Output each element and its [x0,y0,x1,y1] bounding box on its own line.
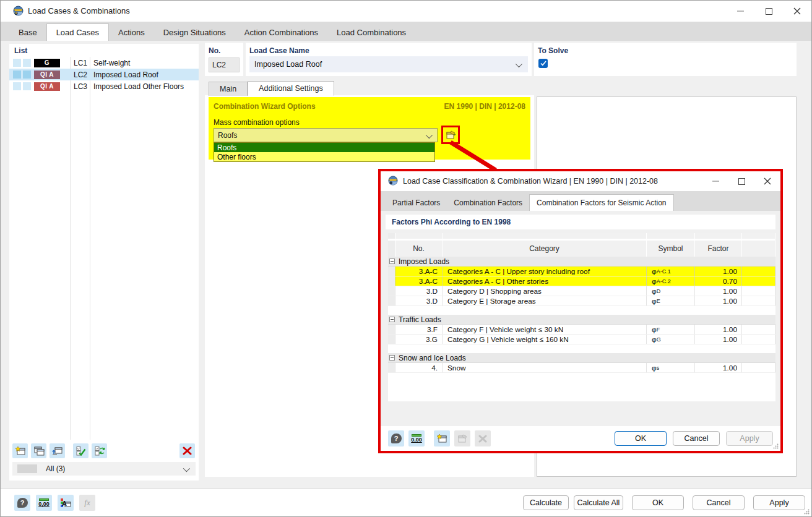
apply-button[interactable]: Apply [753,495,805,510]
case-id: LC3 [74,82,87,91]
tab-additional-settings[interactable]: Additional Settings [248,81,334,96]
list-filter-dropdown[interactable]: All (3) [12,462,196,476]
case-name: Self-weight [93,59,130,67]
calculate-button[interactable]: Calculate [523,495,569,510]
list-item-lc1[interactable]: G LC1 Self-weight [9,57,199,69]
import-icon [52,446,63,456]
units-button[interactable]: 0,00 [408,430,425,446]
close-icon[interactable] [783,1,811,22]
new-entry-button[interactable] [434,430,450,446]
formula-button[interactable]: fx [79,495,95,511]
ok-button[interactable]: OK [632,495,684,510]
load-case-name-label: Load Case Name [249,46,309,55]
to-solve-checkbox[interactable] [538,59,548,68]
apply-button[interactable]: Apply [726,431,773,446]
import-case-button[interactable] [50,443,65,458]
tab-seismic-factors[interactable]: Combination Factors for Seismic Action [529,194,673,211]
new-case-button[interactable] [12,443,28,458]
window-title: Load Cases & Combinations [28,1,130,22]
close-icon[interactable] [754,171,780,191]
case-color-square [13,82,21,90]
collapse-icon[interactable] [389,317,395,322]
tab-load-combinations[interactable]: Load Combinations [327,24,415,41]
edit-combination-settings-button[interactable] [441,126,460,144]
chevron-down-icon [426,132,433,139]
svg-text:A: A [62,500,67,507]
help-icon: ? [391,434,402,443]
delete-case-button[interactable] [179,443,195,458]
copy-case-button[interactable] [31,443,46,458]
delete-entry-button [475,430,491,446]
tab-main[interactable]: Main [209,82,248,96]
mass-combination-combo[interactable]: Roofs [214,128,438,142]
display-properties-button[interactable]: A [58,495,74,511]
case-color-square [23,70,31,79]
new-window-icon [436,434,447,443]
case-color-square [23,59,31,67]
units-icon: 0,00 [411,434,422,443]
resize-grip[interactable] [773,443,779,449]
tab-action-combinations[interactable]: Action Combinations [235,24,327,41]
calculate-all-button[interactable]: Calculate All [574,495,623,510]
list-item-lc2[interactable]: QI A LC2 Imposed Load Roof [9,69,199,80]
table-row[interactable]: 3.F Category F | Vehicle weight ≤ 30 kN … [388,325,775,335]
load-case-name-combo[interactable]: Imposed Load Roof [249,56,528,72]
help-button[interactable]: ? [14,495,30,511]
table-row[interactable]: 3.A-C Categories A - C | Upper story inc… [388,267,775,276]
resize-grip[interactable] [804,509,810,515]
maximize-icon[interactable] [754,1,783,22]
case-number-group: No. LC2 [205,43,243,76]
tab-actions[interactable]: Actions [109,24,154,41]
edit-settings-icon [457,434,468,443]
cancel-button[interactable]: Cancel [693,495,745,510]
select-all-button[interactable] [73,443,89,458]
toggle-selection-button[interactable] [92,443,107,458]
delete-x-icon [183,446,192,455]
dialog-tab-strip: Partial Factors Combination Factors Comb… [381,191,780,211]
group-row-snow-ice-loads[interactable]: Snow and Ice Loads [388,353,775,363]
mass-combination-label: Mass combination options [214,118,300,127]
case-number-field[interactable]: LC2 [209,58,240,72]
case-name-group: Load Case Name Imposed Load Roof [246,43,532,76]
list-item-lc3[interactable]: QI A LC3 Imposed Load Other Floors [9,80,199,92]
ok-button[interactable]: OK [615,431,667,446]
edit-settings-icon [446,130,456,140]
table-row[interactable]: 3.A-C Categories A - C | Other stories φ… [388,276,775,286]
factors-table: No. Category Symbol Factor Imposed Loads… [388,233,775,401]
cancel-button[interactable]: Cancel [673,431,720,446]
minimize-icon[interactable] [702,171,728,191]
maximize-icon[interactable] [728,171,754,191]
help-button[interactable]: ? [388,430,404,446]
combination-wizard-options-box: Combination Wizard Options EN 1990 | DIN… [209,97,530,160]
units-button[interactable]: 0,00 [36,495,52,511]
sub-tab-strip: Main Additional Settings [209,81,334,96]
dialog-title: Load Case Classification & Combination W… [403,171,658,191]
group-row-traffic-loads[interactable]: Traffic Loads [388,315,775,325]
mass-combination-value: Roofs [218,131,237,140]
app-icon [388,176,398,186]
table-row[interactable]: 3.D Category D | Shopping areas φD 1.00 [388,286,775,296]
window-footer: ? 0,00 A fx Calculate Calculat [1,489,811,516]
to-solve-group: To Solve [534,43,797,76]
dialog-body: Factors Phi According to EN 1998 No. Cat… [386,215,775,410]
tab-partial-factors[interactable]: Partial Factors [386,195,447,211]
minimize-icon[interactable] [726,1,754,22]
tab-combination-factors[interactable]: Combination Factors [447,195,529,211]
dropdown-option-other-floors[interactable]: Other floors [214,152,434,161]
check-icon [540,61,546,66]
table-row[interactable]: 3.G Category G | Vehicle weight ≤ 160 kN… [388,335,775,344]
tab-load-cases[interactable]: Load Cases [46,24,109,41]
copy-icon [33,446,45,456]
collapse-icon[interactable] [389,355,395,361]
tab-design-situations[interactable]: Design Situations [154,24,235,41]
tab-base[interactable]: Base [9,24,46,41]
collapse-icon[interactable] [389,258,395,264]
check-all-icon [76,446,87,456]
table-row[interactable]: 3.D Category E | Storage areas φE 1.00 [388,296,775,306]
case-name: Imposed Load Other Floors [93,82,184,91]
case-id: LC2 [74,70,87,79]
chevron-down-icon [516,61,522,67]
group-row-imposed-loads[interactable]: Imposed Loads [388,257,775,267]
table-row[interactable]: 4. Snow φs 1.00 [388,363,775,373]
dropdown-option-roofs[interactable]: Roofs [214,143,434,152]
